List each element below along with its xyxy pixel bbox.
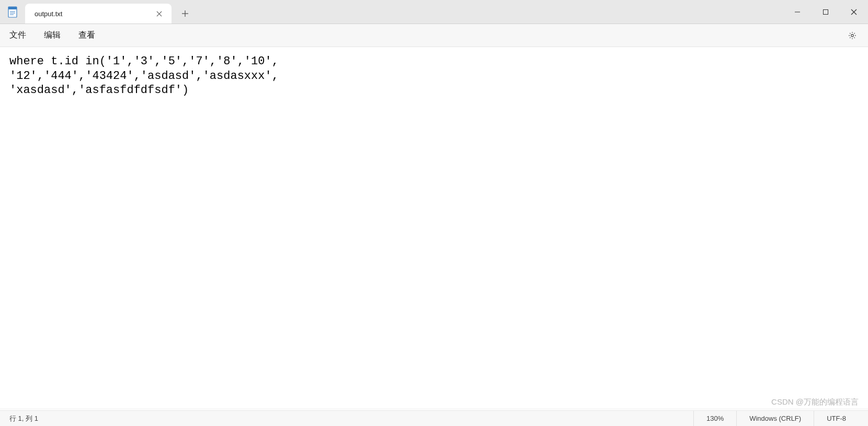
settings-button[interactable] — [844, 27, 861, 44]
svg-rect-10 — [824, 9, 828, 14]
svg-rect-1 — [8, 7, 17, 9]
title-bar: output.txt — [0, 0, 868, 24]
tab-output-txt[interactable]: output.txt — [25, 4, 172, 24]
window-controls — [783, 0, 868, 24]
minimize-button[interactable] — [783, 0, 812, 24]
tab-title: output.txt — [35, 10, 146, 18]
tabs-area: output.txt — [25, 0, 783, 24]
svg-point-13 — [851, 34, 854, 37]
new-tab-button[interactable] — [175, 4, 196, 24]
line-ending[interactable]: Windows (CRLF) — [736, 411, 814, 427]
editor-area[interactable]: where t.id in('1','3','5','7','8','10', … — [0, 47, 868, 409]
menu-edit[interactable]: 编辑 — [42, 28, 63, 43]
zoom-level[interactable]: 130% — [693, 411, 736, 427]
editor-content: where t.id in('1','3','5','7','8','10', … — [9, 54, 859, 98]
close-window-button[interactable] — [840, 0, 868, 24]
menu-view[interactable]: 查看 — [76, 28, 97, 43]
status-bar: 行 1, 列 1 130% Windows (CRLF) UTF-8 — [0, 410, 868, 426]
menu-file[interactable]: 文件 — [7, 28, 28, 43]
cursor-position: 行 1, 列 1 — [9, 415, 38, 422]
close-tab-icon[interactable] — [153, 7, 165, 20]
notepad-app-icon — [0, 0, 25, 24]
menu-bar: 文件 编辑 查看 — [0, 24, 868, 47]
encoding[interactable]: UTF-8 — [814, 411, 859, 427]
maximize-button[interactable] — [812, 0, 840, 24]
